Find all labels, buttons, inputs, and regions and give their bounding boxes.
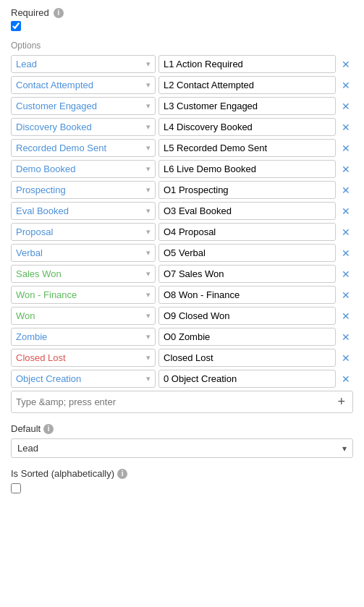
option-arrow-icon-6: ▾: [146, 185, 151, 195]
option-input-10[interactable]: [158, 265, 336, 283]
option-delete-btn-1[interactable]: ✕: [339, 78, 353, 93]
option-arrow-icon-9: ▾: [146, 248, 151, 258]
option-arrow-icon-4: ▾: [146, 143, 151, 153]
default-select[interactable]: Lead ▾: [11, 438, 353, 458]
required-info-icon[interactable]: i: [54, 8, 64, 18]
option-label-7: Eval Booked: [16, 205, 143, 216]
option-input-1[interactable]: [158, 76, 336, 94]
option-row: Contact Attempted ▾ ✕: [11, 76, 353, 94]
option-arrow-icon-13: ▾: [146, 332, 151, 341]
option-arrow-icon-5: ▾: [146, 164, 151, 174]
option-input-5[interactable]: [158, 160, 336, 178]
option-input-11[interactable]: [158, 286, 336, 304]
option-row: Demo Booked ▾ ✕: [11, 160, 353, 178]
option-select-13[interactable]: Zombie ▾: [11, 328, 156, 346]
option-row: Lead ▾ ✕: [11, 55, 353, 73]
sorted-section: Is Sorted (alphabetically) i: [11, 468, 353, 496]
default-value: Lead: [17, 443, 342, 454]
option-input-8[interactable]: [158, 223, 336, 241]
option-row: Verbal ▾ ✕: [11, 244, 353, 262]
option-row: Sales Won ▾ ✕: [11, 265, 353, 283]
option-input-13[interactable]: [158, 328, 336, 346]
option-input-4[interactable]: [158, 139, 336, 157]
type-input[interactable]: [16, 396, 334, 407]
option-delete-btn-10[interactable]: ✕: [339, 267, 353, 281]
option-delete-btn-0[interactable]: ✕: [339, 57, 353, 72]
option-input-12[interactable]: [158, 307, 336, 325]
option-row: Discovery Booked ▾ ✕: [11, 118, 353, 136]
option-select-7[interactable]: Eval Booked ▾: [11, 202, 156, 220]
option-arrow-icon-2: ▾: [146, 101, 151, 111]
option-row: Object Creation ▾ ✕: [11, 370, 353, 388]
option-row: Closed Lost ▾ ✕: [11, 349, 353, 367]
default-section: Default i Lead ▾: [11, 423, 353, 458]
option-select-10[interactable]: Sales Won ▾: [11, 265, 156, 283]
option-select-11[interactable]: Won - Finance ▾: [11, 286, 156, 304]
options-list: Lead ▾ ✕ Contact Attempted ▾ ✕ Customer …: [11, 55, 353, 388]
option-delete-btn-14[interactable]: ✕: [339, 351, 353, 365]
option-delete-btn-11[interactable]: ✕: [339, 288, 353, 302]
option-select-2[interactable]: Customer Engaged ▾: [11, 97, 156, 115]
required-checkbox[interactable]: [11, 21, 21, 31]
option-arrow-icon-15: ▾: [146, 374, 151, 383]
option-label-4: Recorded Demo Sent: [16, 143, 143, 153]
option-delete-btn-6[interactable]: ✕: [339, 183, 353, 198]
option-input-6[interactable]: [158, 181, 336, 199]
option-delete-btn-7[interactable]: ✕: [339, 204, 353, 218]
option-arrow-icon-12: ▾: [146, 311, 151, 321]
option-select-9[interactable]: Verbal ▾: [11, 244, 156, 262]
default-info-icon[interactable]: i: [43, 424, 54, 434]
option-select-14[interactable]: Closed Lost ▾: [11, 349, 156, 367]
option-label-8: Proposal: [16, 226, 143, 237]
option-delete-btn-4[interactable]: ✕: [339, 141, 353, 156]
option-input-3[interactable]: [158, 118, 336, 136]
option-select-0[interactable]: Lead ▾: [11, 55, 156, 73]
option-label-1: Contact Attempted: [16, 80, 143, 90]
sorted-info-icon[interactable]: i: [117, 469, 127, 479]
option-input-0[interactable]: [158, 55, 336, 73]
option-select-8[interactable]: Proposal ▾: [11, 223, 156, 241]
option-label-11: Won - Finance: [16, 289, 143, 300]
option-label-3: Discovery Booked: [16, 122, 143, 132]
option-input-9[interactable]: [158, 244, 336, 262]
option-arrow-icon-10: ▾: [146, 269, 151, 279]
required-section: Required i: [11, 7, 353, 33]
option-input-7[interactable]: [158, 202, 336, 220]
option-delete-btn-8[interactable]: ✕: [339, 225, 353, 239]
add-icon[interactable]: +: [334, 394, 348, 409]
options-section: Options Lead ▾ ✕ Contact Attempted ▾ ✕ C…: [11, 41, 353, 413]
option-label-2: Customer Engaged: [16, 101, 143, 111]
option-delete-btn-15[interactable]: ✕: [339, 372, 353, 386]
option-arrow-icon-8: ▾: [146, 227, 151, 237]
option-row: Won - Finance ▾ ✕: [11, 286, 353, 304]
option-delete-btn-13[interactable]: ✕: [339, 330, 353, 344]
option-delete-btn-9[interactable]: ✕: [339, 246, 353, 260]
option-label-9: Verbal: [16, 247, 143, 258]
option-select-4[interactable]: Recorded Demo Sent ▾: [11, 139, 156, 157]
option-delete-btn-12[interactable]: ✕: [339, 309, 353, 323]
option-input-2[interactable]: [158, 97, 336, 115]
option-row: Zombie ▾ ✕: [11, 328, 353, 346]
option-label-12: Won: [16, 310, 143, 321]
option-row: Won ▾ ✕: [11, 307, 353, 325]
option-delete-btn-2[interactable]: ✕: [339, 99, 353, 114]
option-select-1[interactable]: Contact Attempted ▾: [11, 76, 156, 94]
option-input-14[interactable]: [158, 349, 336, 367]
option-select-3[interactable]: Discovery Booked ▾: [11, 118, 156, 136]
option-select-15[interactable]: Object Creation ▾: [11, 370, 156, 388]
option-select-12[interactable]: Won ▾: [11, 307, 156, 325]
option-label-6: Prospecting: [16, 184, 143, 195]
option-select-6[interactable]: Prospecting ▾: [11, 181, 156, 199]
option-delete-btn-3[interactable]: ✕: [339, 120, 353, 135]
type-input-row[interactable]: +: [11, 391, 353, 413]
option-arrow-icon-3: ▾: [146, 122, 151, 132]
option-input-15[interactable]: [158, 370, 336, 388]
option-row: Recorded Demo Sent ▾ ✕: [11, 139, 353, 157]
option-select-5[interactable]: Demo Booked ▾: [11, 160, 156, 178]
sorted-label-text: Is Sorted (alphabetically): [11, 468, 114, 479]
option-delete-btn-5[interactable]: ✕: [339, 162, 353, 177]
option-row: Prospecting ▾ ✕: [11, 181, 353, 199]
required-label: Required: [11, 7, 49, 18]
sorted-checkbox[interactable]: [11, 483, 21, 493]
option-label-13: Zombie: [16, 331, 143, 342]
